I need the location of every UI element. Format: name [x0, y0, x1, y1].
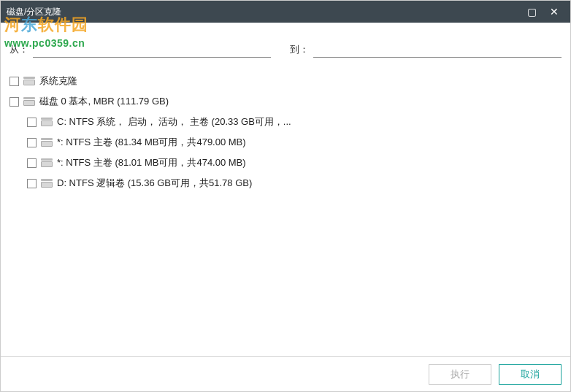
to-column: 到：: [290, 43, 562, 58]
cancel-button[interactable]: 取消: [499, 364, 562, 385]
item-label: *: NTFS 主卷 (81.01 MB可用，共474.00 MB): [57, 156, 246, 169]
to-underline: [313, 45, 562, 58]
titlebar-controls: ▢ ✕: [527, 6, 564, 18]
checkbox[interactable]: [9, 77, 19, 86]
disk-icon: [41, 138, 53, 147]
tree-item-partition-c[interactable]: C: NTFS 系统， 启动， 活动， 主卷 (20.33 GB可用，...: [9, 112, 570, 132]
disk-icon: [41, 158, 53, 167]
source-dest-header: 从： 到：: [1, 43, 570, 65]
checkbox[interactable]: [27, 138, 37, 147]
disk-icon: [23, 97, 35, 106]
item-label: D: NTFS 逻辑卷 (15.36 GB可用，共51.78 GB): [57, 177, 252, 190]
disk-icon: [23, 77, 35, 85]
disk-icon: [41, 179, 53, 188]
tree-item-partition-d[interactable]: D: NTFS 逻辑卷 (15.36 GB可用，共51.78 GB): [9, 173, 570, 193]
disk-icon: [41, 118, 53, 126]
tree-item-system-clone[interactable]: 系统克隆: [9, 71, 570, 91]
item-label: *: NTFS 主卷 (81.34 MB可用，共479.00 MB): [57, 136, 246, 149]
item-label: 磁盘 0 基本, MBR (111.79 GB): [39, 95, 169, 108]
from-label: 从：: [9, 43, 28, 58]
title-bar: 磁盘/分区克隆 ▢ ✕: [1, 1, 570, 23]
window-title: 磁盘/分区克隆: [7, 6, 527, 18]
disk-tree: 系统克隆 磁盘 0 基本, MBR (111.79 GB) C: NTFS 系统…: [1, 65, 570, 193]
checkbox[interactable]: [27, 158, 37, 168]
tree-item-partition-star1[interactable]: *: NTFS 主卷 (81.34 MB可用，共479.00 MB): [9, 132, 570, 153]
execute-button[interactable]: 执行: [429, 364, 491, 385]
item-label: C: NTFS 系统， 启动， 活动， 主卷 (20.33 GB可用，...: [57, 115, 291, 128]
tree-item-partition-star2[interactable]: *: NTFS 主卷 (81.01 MB可用，共474.00 MB): [9, 153, 570, 173]
tree-item-disk0[interactable]: 磁盘 0 基本, MBR (111.79 GB): [9, 91, 570, 112]
item-label: 系统克隆: [39, 74, 77, 88]
footer: 执行 取消: [1, 356, 570, 391]
checkbox[interactable]: [9, 97, 19, 107]
from-column: 从：: [9, 43, 271, 58]
to-label: 到：: [290, 43, 309, 58]
close-icon[interactable]: ✕: [550, 6, 559, 18]
checkbox[interactable]: [27, 179, 37, 188]
from-underline: [33, 45, 271, 58]
checkbox[interactable]: [27, 118, 37, 127]
maximize-icon[interactable]: ▢: [527, 6, 537, 18]
